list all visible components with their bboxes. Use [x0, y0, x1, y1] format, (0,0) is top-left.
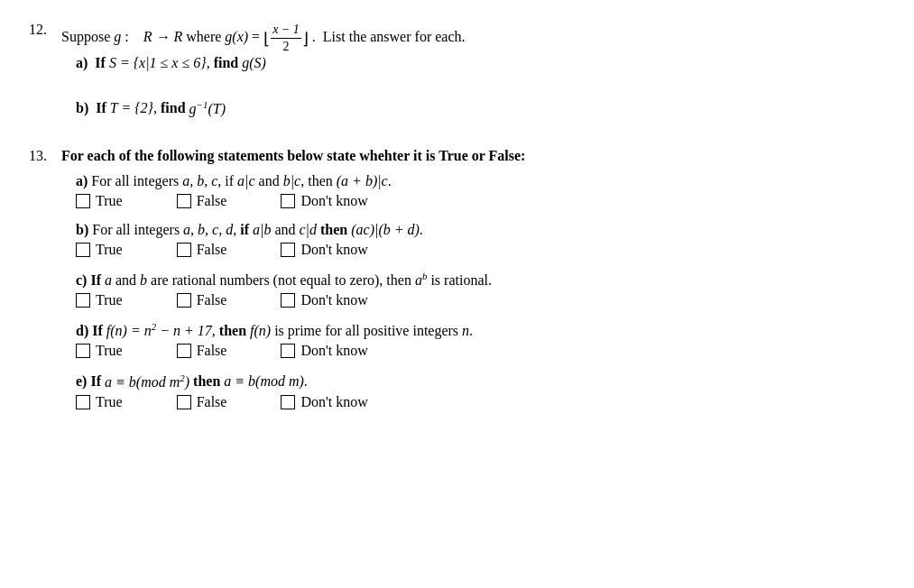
part-d-true-checkbox[interactable]: [76, 344, 90, 358]
part-b-dont-know[interactable]: Don't know: [281, 242, 367, 258]
part-c-true-checkbox[interactable]: [76, 293, 90, 308]
problem-13-number: 13.: [29, 148, 61, 164]
part-c-dontknow-checkbox[interactable]: [281, 293, 295, 308]
part-a-false-checkbox[interactable]: [177, 194, 191, 208]
problem-12-number: 12.: [29, 22, 61, 38]
part-c-true-label: True: [96, 292, 123, 308]
part-e-false-label: False: [197, 394, 227, 410]
part-d-statement: d) If f(n) = n2 − n + 17, then f(n) is p…: [76, 321, 885, 339]
problem-13-part-d: d) If f(n) = n2 − n + 17, then f(n) is p…: [76, 321, 885, 359]
problem-13-part-b: b) For all integers a, b, c, d, if a|b a…: [76, 222, 885, 258]
part-b-true-checkbox[interactable]: [76, 243, 90, 257]
part-b-options: True False Don't know: [76, 242, 885, 258]
part-c-options: True False Don't know: [76, 292, 885, 308]
part-d-false[interactable]: False: [177, 343, 227, 359]
part-d-false-label: False: [197, 343, 227, 359]
part-c-false[interactable]: False: [177, 292, 227, 308]
part-a-dontknow-checkbox[interactable]: [281, 194, 295, 208]
problem-12-part-a: a) If S = {x|1 ≤ x ≤ 6}, find g(S): [76, 55, 885, 71]
part-b-false-checkbox[interactable]: [177, 243, 191, 257]
part-c-dontknow-label: Don't know: [300, 292, 367, 308]
part-e-true-checkbox[interactable]: [76, 395, 90, 409]
part-e-false-checkbox[interactable]: [177, 395, 191, 409]
part-e-dontknow-label: Don't know: [300, 394, 367, 410]
part-a-statement: a) For all integers a, b, c, if a|c and …: [76, 173, 885, 189]
part-d-dont-know[interactable]: Don't know: [281, 343, 367, 359]
part-d-options: True False Don't know: [76, 343, 885, 359]
part-b-statement: b) For all integers a, b, c, d, if a|b a…: [76, 222, 885, 238]
part-a-false-label: False: [197, 193, 227, 209]
problem-12-content: Suppose g : R → R where g(x) = ⌊ x − 1 2…: [61, 22, 885, 130]
part-b-true-label: True: [96, 242, 123, 258]
part-e-true-label: True: [96, 394, 123, 410]
part-d-dontknow-label: Don't know: [300, 343, 367, 359]
part-a-options: True False Don't know: [76, 193, 885, 209]
part-e-dontknow-checkbox[interactable]: [281, 395, 295, 409]
problem-12: 12. Suppose g : R → R where g(x) = ⌊ x −…: [29, 22, 885, 130]
part-c-statement: c) If a and b are rational numbers (not …: [76, 271, 885, 289]
part-a-false[interactable]: False: [177, 193, 227, 209]
part-e-false[interactable]: False: [177, 394, 227, 410]
part-c-dont-know[interactable]: Don't know: [281, 292, 367, 308]
part-b-false[interactable]: False: [177, 242, 227, 258]
part-c-true[interactable]: True: [76, 292, 123, 308]
part-a-true[interactable]: True: [76, 193, 123, 209]
part-e-dont-know[interactable]: Don't know: [281, 394, 367, 410]
part-b-text: If T = {2}, find g−1(T): [96, 101, 226, 116]
part-b-false-label: False: [197, 242, 227, 258]
problem-13-part-c: c) If a and b are rational numbers (not …: [76, 271, 885, 308]
problem-13-intro: For each of the following statements bel…: [61, 148, 885, 164]
part-a-dontknow-label: Don't know: [300, 193, 367, 209]
part-a-true-checkbox[interactable]: [76, 194, 90, 208]
part-c-false-label: False: [197, 292, 227, 308]
part-a-text: If S = {x|1 ≤ x ≤ 6}, find g(S): [95, 55, 266, 70]
part-d-dontknow-checkbox[interactable]: [281, 344, 295, 358]
part-a-true-label: True: [96, 193, 123, 209]
part-e-statement: e) If a ≡ b(mod m2) then a ≡ b(mod m).: [76, 372, 885, 390]
part-b-label: b) If T = {2}, find g−1(T): [76, 98, 885, 116]
part-b-true[interactable]: True: [76, 242, 123, 258]
part-a-dont-know[interactable]: Don't know: [281, 193, 367, 209]
part-a-label: a) If S = {x|1 ≤ x ≤ 6}, find g(S): [76, 55, 885, 71]
problem-13-part-a: a) For all integers a, b, c, if a|c and …: [76, 173, 885, 209]
part-b-dontknow-checkbox[interactable]: [281, 243, 295, 257]
part-e-true[interactable]: True: [76, 394, 123, 410]
problem-13: 13. For each of the following statements…: [29, 148, 885, 423]
problem-12-part-b: b) If T = {2}, find g−1(T): [76, 98, 885, 116]
part-d-true[interactable]: True: [76, 343, 123, 359]
part-b-dontknow-label: Don't know: [300, 242, 367, 258]
part-d-false-checkbox[interactable]: [177, 344, 191, 358]
part-d-true-label: True: [96, 343, 123, 359]
problem-12-intro: Suppose g : R → R where g(x) = ⌊ x − 1 2…: [61, 29, 466, 44]
part-c-false-checkbox[interactable]: [177, 293, 191, 308]
problem-13-content: For each of the following statements bel…: [61, 148, 885, 423]
problem-13-part-e: e) If a ≡ b(mod m2) then a ≡ b(mod m). T…: [76, 372, 885, 409]
part-e-options: True False Don't know: [76, 394, 885, 410]
